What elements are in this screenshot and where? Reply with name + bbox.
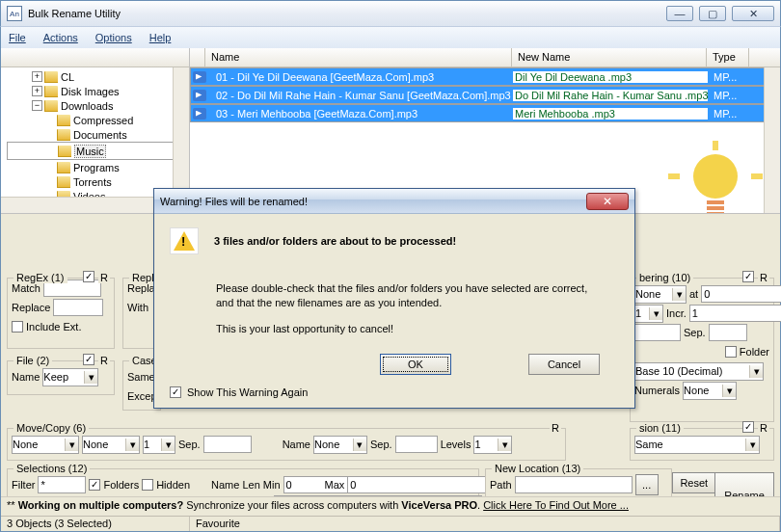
movecopy-name-sel[interactable]: None▾	[313, 436, 367, 454]
list-vscrollbar[interactable]	[764, 67, 780, 213]
tree-hscrollbar[interactable]	[1, 197, 173, 213]
numbering-incr-spin[interactable]: ▴▾	[689, 305, 728, 322]
group-regex: RegEx (1) R Match Replace Include Ext.	[7, 278, 115, 349]
menu-help[interactable]: Help	[149, 32, 172, 43]
reset-button[interactable]: Reset	[672, 472, 716, 493]
audio-icon	[193, 71, 206, 83]
regex-replace-input[interactable]	[53, 299, 103, 316]
include-ext-check[interactable]	[12, 321, 23, 332]
movecopy-sep2-input[interactable]	[395, 436, 438, 453]
namemin-spin[interactable]: ▴▾	[283, 476, 322, 493]
show-warning-label: Show This Warning Again	[187, 386, 308, 398]
folders-check[interactable]	[89, 479, 100, 491]
promo-bar: ** Working on multiple computers? Synchr…	[1, 496, 780, 516]
file-enable-check[interactable]	[83, 354, 94, 365]
menu-file[interactable]: File	[9, 32, 26, 43]
chevron-down-icon: ▾	[84, 371, 97, 384]
numbering-base-sel[interactable]: Base 10 (Decimal)▾	[634, 362, 764, 381]
dialog-close-button[interactable]: ✕	[586, 193, 629, 210]
list-row[interactable]: 02 - Do Dil Mil Rahe Hain - Kumar Sanu […	[190, 86, 780, 104]
dialog-message-1: Please double-check that the files and/o…	[216, 281, 602, 310]
col-icon[interactable]	[190, 48, 205, 67]
filter-input[interactable]	[38, 476, 86, 493]
warning-dialog: Warning! Files will be renamed! ✕ 3 file…	[153, 188, 635, 409]
window-title: Bulk Rename Utility	[28, 8, 121, 19]
numbering-sep-input[interactable]	[634, 324, 681, 341]
audio-icon	[193, 108, 206, 120]
col-newname[interactable]: New Name	[512, 48, 707, 67]
app-icon: An	[7, 6, 22, 21]
movecopy-select-1[interactable]: None▾	[12, 436, 79, 454]
numbering-numerals-sel[interactable]: None▾	[683, 382, 737, 400]
dialog-cancel-button[interactable]: Cancel	[528, 354, 600, 375]
collapse-icon[interactable]: −	[32, 100, 42, 111]
numbering-check[interactable]	[742, 271, 754, 282]
col-type[interactable]: Type	[707, 48, 749, 67]
tree-header[interactable]	[1, 48, 189, 67]
menubar: File Actions Options Help	[0, 27, 781, 48]
group-numbering: bering (10) R None▾at▴▾ 1▾Incr.▴▾ Sep. F…	[630, 278, 774, 422]
movecopy-sep-input[interactable]	[203, 436, 252, 453]
movecopy-levels-sel[interactable]: 1▾	[473, 436, 512, 454]
promo-link[interactable]: Click Here To Find Out More ...	[483, 499, 629, 511]
folder-icon	[57, 176, 70, 188]
folder-icon	[57, 115, 70, 126]
numbering-sep2-input[interactable]	[709, 324, 747, 341]
ext-select[interactable]: Same▾	[634, 436, 760, 454]
menu-options[interactable]: Options	[95, 32, 132, 43]
regex-enable-check[interactable]	[83, 271, 94, 282]
group-movecopy: Move/Copy (6) R None▾ None▾ 1▾ Sep. Name…	[7, 428, 566, 461]
group-file: File (2) R NameKeep▾	[7, 360, 115, 395]
warning-icon	[170, 227, 199, 254]
audio-icon	[193, 90, 206, 101]
col-name[interactable]: Name	[205, 48, 512, 67]
dialog-headline: 3 files and/or folders are about to be p…	[214, 235, 456, 247]
client-area: +CL +Disk Images −Downloads Compressed D…	[0, 48, 781, 532]
namemax-spin[interactable]: ▴▾	[347, 476, 386, 493]
folder-icon	[58, 146, 71, 157]
status-objects: 3 Objects (3 Selected)	[1, 517, 190, 531]
statusbar: 3 Objects (3 Selected) Favourite	[1, 516, 780, 531]
folder-icon	[44, 100, 58, 112]
list-row[interactable]: 03 - Meri Mehbooba [GeetMaza.Com].mp3Mer…	[190, 104, 780, 122]
expand-icon[interactable]: +	[32, 86, 42, 96]
maximize-button[interactable]: ▢	[699, 6, 726, 21]
group-extension: sion (11) R Same▾	[630, 428, 774, 461]
movecopy-select-2[interactable]: None▾	[82, 436, 140, 454]
path-input[interactable]	[515, 476, 633, 493]
hidden-check[interactable]	[142, 479, 153, 491]
close-button[interactable]: ✕	[732, 6, 774, 21]
folder-icon	[44, 71, 58, 83]
list-row[interactable]: 01 - Dil Ye Dil Deewana [GeetMaza.Com].m…	[190, 67, 780, 86]
tree-vscrollbar[interactable]	[173, 67, 189, 197]
menu-actions[interactable]: Actions	[43, 32, 78, 43]
expand-icon[interactable]: +	[32, 71, 42, 82]
folder-icon	[44, 86, 58, 97]
browse-button[interactable]: ...	[635, 474, 659, 495]
tree-selected[interactable]: Music	[74, 145, 106, 158]
dialog-ok-button[interactable]: OK	[380, 354, 451, 375]
folder-icon	[57, 162, 70, 173]
numbering-mode[interactable]: None▾	[634, 285, 687, 304]
lightbulb-graphic	[664, 141, 761, 213]
movecopy-num[interactable]: 1▾	[143, 436, 175, 454]
file-name-select[interactable]: Keep▾	[42, 368, 98, 386]
dialog-message-2: This is your last opportunity to cancel!	[216, 322, 602, 336]
ext-check[interactable]	[742, 421, 754, 433]
numbering-folder-check[interactable]	[725, 346, 737, 358]
dialog-title: Warning! Files will be renamed!	[160, 196, 308, 207]
show-warning-check[interactable]	[170, 386, 181, 398]
folder-icon	[57, 129, 70, 141]
numbering-at-spin[interactable]: ▴▾	[701, 285, 740, 303]
minimize-button[interactable]: —	[666, 6, 693, 21]
titlebar[interactable]: An Bulk Rename Utility — ▢ ✕	[0, 0, 781, 27]
status-favourite: Favourite	[190, 517, 780, 531]
numbering-pad[interactable]: 1▾	[634, 305, 663, 323]
dialog-titlebar[interactable]: Warning! Files will be renamed! ✕	[154, 189, 634, 214]
